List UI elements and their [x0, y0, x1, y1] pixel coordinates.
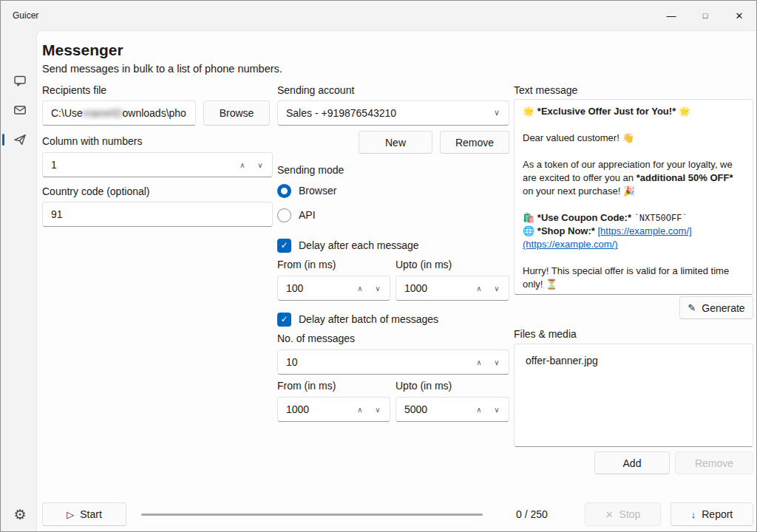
country-code-label: Country code (optional) [42, 185, 150, 197]
message-text: Dear valued customer! 👋 [523, 132, 634, 143]
stop-button[interactable]: ✕ Stop [585, 502, 661, 526]
spinner-down-icon[interactable]: ∨ [252, 157, 268, 173]
page-subtitle: Send messages in bulk to a list of phone… [42, 63, 282, 75]
sending-account-value: Sales - +919876543210 [286, 107, 396, 119]
new-account-button[interactable]: New [359, 131, 432, 154]
message-text: *Use Coupon Code:* [537, 212, 631, 223]
message-line [523, 198, 744, 211]
spinner-down-icon[interactable]: ∨ [489, 401, 505, 417]
spinner-controls: ∧ ∨ [471, 280, 505, 296]
message-text: on your next purchase! 🎉 [523, 185, 635, 197]
spinner-down-icon[interactable]: ∨ [489, 280, 505, 296]
spinner-up-icon[interactable]: ∧ [471, 401, 487, 417]
files-media-list[interactable]: offer-banner.jpg [514, 344, 753, 447]
radio-selected-icon [277, 184, 291, 198]
remove-account-button[interactable]: Remove [440, 131, 509, 154]
path-prefix: C:\Use [51, 107, 83, 119]
delay-from-value: 100 [286, 282, 303, 294]
message-text: 🌟 [523, 106, 537, 117]
send-icon [13, 132, 27, 147]
radio-api[interactable]: API [277, 208, 316, 222]
report-button[interactable]: ↓ Report [671, 502, 753, 526]
message-text: *Exclusive Offer Just for You!* [537, 106, 676, 117]
delay-upto-spinner[interactable]: 1000 ∧ ∨ [396, 276, 509, 301]
spinner-up-icon[interactable]: ∧ [471, 280, 487, 296]
chat-bubble-icon [13, 73, 27, 88]
spinner-controls: ∧ ∨ [352, 280, 386, 296]
delay-upto-label: Upto (in ms) [396, 259, 452, 270]
message-counter: 0 / 250 [516, 508, 548, 520]
sidebar-item-messenger-selected[interactable] [7, 126, 33, 153]
spinner-up-icon[interactable]: ∧ [352, 280, 368, 296]
message-line: As a token of our appreciation for your … [523, 158, 744, 198]
message-line [523, 118, 744, 132]
mail-icon [13, 103, 27, 117]
spinner-controls: ∧ ∨ [471, 354, 505, 370]
delay-batch-label: Delay after batch of messages [299, 313, 438, 325]
spinner-controls: ∧ ∨ [352, 401, 386, 417]
message-text: *additional 50% OFF* [637, 172, 733, 183]
message-text: 🌟 [676, 106, 690, 117]
spinner-controls: ∧ ∨ [234, 157, 268, 173]
maximize-icon: □ [703, 11, 708, 20]
spinner-down-icon[interactable]: ∨ [370, 280, 386, 296]
spinner-down-icon[interactable]: ∨ [489, 354, 505, 370]
message-text: 🛍️ [523, 212, 537, 223]
generate-button[interactable]: ✎ Generate [679, 296, 753, 319]
message-text: `NXT50OFF` [634, 214, 688, 224]
spinner-up-icon[interactable]: ∧ [234, 157, 251, 173]
recipients-file-input[interactable]: C:\Username\Downloads\pho [42, 100, 196, 126]
delay-from-spinner[interactable]: 100 ∧ ∨ [277, 276, 390, 301]
radio-browser[interactable]: Browser [277, 183, 336, 198]
message-line [523, 145, 744, 158]
selection-indicator [2, 134, 4, 146]
sidebar-item-chat[interactable] [7, 67, 33, 94]
file-item[interactable]: offer-banner.jpg [519, 349, 748, 372]
checkbox-checked-icon: ✓ [277, 313, 291, 327]
new-account-label: New [385, 137, 406, 149]
message-text: Hurry! This special offer is valid for a… [523, 265, 729, 290]
browse-button[interactable]: Browse [203, 100, 270, 126]
sidebar-item-mail[interactable] [7, 97, 33, 123]
batch-from-spinner[interactable]: 1000 ∧ ∨ [277, 397, 390, 422]
sending-account-label: Sending account [277, 84, 354, 96]
column-numbers-value: 1 [51, 159, 57, 171]
browse-button-label: Browse [220, 107, 254, 119]
remove-file-label: Remove [695, 457, 733, 469]
minimize-button[interactable]: — [654, 1, 688, 30]
titlebar[interactable]: Guicer — □ ✕ [1, 1, 756, 30]
checkbox-delay-each-message[interactable]: ✓ Delay after each message [277, 238, 419, 253]
remove-account-label: Remove [455, 137, 494, 149]
batch-upto-spinner[interactable]: 5000 ∧ ∨ [396, 397, 509, 422]
spinner-up-icon[interactable]: ∧ [471, 354, 487, 370]
radio-browser-label: Browser [299, 185, 336, 197]
add-file-button[interactable]: Add [594, 451, 670, 474]
delay-upto-value: 1000 [404, 282, 427, 294]
spinner-up-icon[interactable]: ∧ [352, 401, 368, 417]
start-button[interactable]: ▷ Start [42, 502, 126, 526]
sidebar-item-settings[interactable]: ⚙ [7, 501, 33, 528]
app-window: Guicer — □ ✕ [0, 0, 757, 532]
message-text: *Shop Now:* [537, 225, 595, 236]
close-button[interactable]: ✕ [722, 1, 756, 30]
generate-icon: ✎ [688, 303, 696, 313]
text-message-label: Text message [514, 84, 577, 96]
checkbox-delay-batch[interactable]: ✓ Delay after batch of messages [277, 312, 438, 327]
play-icon: ▷ [67, 510, 74, 519]
sending-account-dropdown[interactable]: Sales - +919876543210 ∨ [277, 100, 509, 126]
stop-icon: ✕ [605, 510, 614, 519]
delay-from-label: From (in ms) [277, 259, 336, 270]
message-line: 🛍️ *Use Coupon Code:* `NXT50OFF` [523, 211, 744, 225]
settings-gear-icon: ⚙ [13, 508, 26, 522]
batch-count-spinner[interactable]: 10 ∧ ∨ [277, 349, 509, 375]
recipients-file-label: Recipients file [42, 84, 106, 96]
stop-label: Stop [619, 508, 641, 520]
country-code-input[interactable]: 91 [42, 202, 273, 227]
column-numbers-spinner[interactable]: 1 ∧ ∨ [42, 152, 273, 177]
remove-file-button[interactable]: Remove [675, 451, 753, 474]
message-line: 🌐 *Shop Now:* [https://example.com/](htt… [523, 225, 744, 251]
checkbox-checked-icon: ✓ [277, 239, 291, 253]
maximize-button[interactable]: □ [688, 1, 722, 30]
text-message-box[interactable]: 🌟 *Exclusive Offer Just for You!* 🌟 Dear… [514, 99, 753, 295]
spinner-down-icon[interactable]: ∨ [370, 401, 386, 417]
